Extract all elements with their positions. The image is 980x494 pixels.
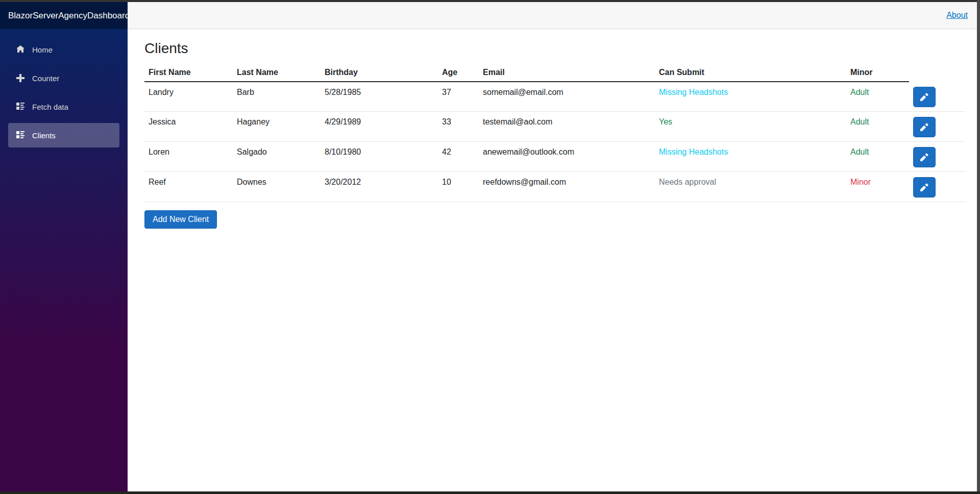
minor-cell: Adult bbox=[846, 82, 909, 112]
pencil-icon bbox=[920, 123, 928, 131]
column-header-last-name: Last Name bbox=[233, 66, 321, 82]
email-cell: anewemail@outlook.com bbox=[479, 142, 655, 172]
window-edge-top bbox=[0, 0, 980, 2]
sidebar-item-fetch-data[interactable]: Fetch data bbox=[8, 94, 119, 119]
edit-client-button[interactable] bbox=[913, 177, 936, 197]
age-cell: 33 bbox=[438, 112, 479, 142]
first-name-cell: Loren bbox=[144, 142, 233, 172]
column-header-email: Email bbox=[479, 66, 655, 82]
sidebar-item-home[interactable]: Home bbox=[8, 37, 119, 62]
page-content: Clients First NameLast NameBirthdayAgeEm… bbox=[128, 29, 977, 229]
actions-cell bbox=[909, 142, 965, 172]
about-link[interactable]: About bbox=[946, 11, 968, 20]
age-cell: 10 bbox=[438, 172, 479, 202]
brand-bar: BlazorServerAgencyDashboard bbox=[0, 2, 128, 29]
pencil-icon bbox=[920, 93, 928, 101]
sidebar-item-counter[interactable]: Counter bbox=[8, 66, 119, 90]
top-bar: About bbox=[128, 2, 977, 29]
sidebar-item-label: Fetch data bbox=[32, 103, 68, 111]
app-title: BlazorServerAgencyDashboard bbox=[8, 11, 128, 21]
last-name-cell: Salgado bbox=[233, 142, 321, 172]
column-header-birthday: Birthday bbox=[321, 66, 438, 82]
first-name-cell: Jessica bbox=[144, 112, 233, 142]
sidebar-item-label: Counter bbox=[32, 74, 59, 83]
nav-item: Home bbox=[8, 37, 119, 62]
actions-cell bbox=[909, 172, 965, 202]
actions-cell bbox=[909, 82, 965, 112]
email-cell: reefdowns@gmail.com bbox=[479, 172, 655, 202]
minor-cell: Adult bbox=[846, 112, 909, 142]
edit-client-button[interactable] bbox=[913, 87, 936, 107]
first-name-cell: Landry bbox=[144, 82, 233, 112]
home-icon bbox=[16, 45, 25, 54]
email-cell: testemail@aol.com bbox=[479, 112, 655, 142]
email-cell: somemail@email.com bbox=[479, 82, 655, 112]
can-submit-cell: Needs approval bbox=[655, 172, 846, 202]
table-header-row: First NameLast NameBirthdayAgeEmailCan S… bbox=[144, 66, 965, 82]
main-area: About Clients First NameLast NameBirthda… bbox=[128, 2, 977, 491]
nav-menu: HomeCounterFetch dataClients bbox=[0, 29, 128, 147]
pencil-icon bbox=[920, 153, 928, 161]
column-header-minor: Minor bbox=[846, 66, 909, 82]
actions-cell bbox=[909, 112, 965, 142]
table-row: ReefDownes3/20/201210reefdowns@gmail.com… bbox=[144, 172, 965, 202]
clients-table-body: LandryBarb5/28/198537somemail@email.comM… bbox=[144, 82, 965, 202]
can-submit-cell: Yes bbox=[655, 112, 846, 142]
window-edge-right bbox=[977, 0, 980, 494]
column-header-age: Age bbox=[438, 66, 479, 82]
edit-client-button[interactable] bbox=[913, 117, 936, 137]
table-row: LorenSalgado8/10/198042anewemail@outlook… bbox=[144, 142, 965, 172]
clients-table: First NameLast NameBirthdayAgeEmailCan S… bbox=[144, 66, 965, 202]
page-title: Clients bbox=[144, 40, 965, 57]
plus-icon bbox=[16, 74, 25, 83]
first-name-cell: Reef bbox=[144, 172, 233, 202]
last-name-cell: Barb bbox=[233, 82, 321, 112]
birthday-cell: 8/10/1980 bbox=[321, 142, 438, 172]
add-new-client-button[interactable]: Add New Client bbox=[144, 210, 217, 229]
minor-cell: Minor bbox=[846, 172, 909, 202]
sidebar-item-clients[interactable]: Clients bbox=[8, 123, 119, 147]
column-header-can-submit: Can Submit bbox=[655, 66, 846, 82]
list-rich-icon bbox=[16, 103, 25, 111]
nav-item: Counter bbox=[8, 66, 119, 90]
list-rich-icon bbox=[16, 131, 25, 140]
age-cell: 37 bbox=[438, 82, 479, 112]
minor-cell: Adult bbox=[846, 142, 909, 172]
window-edge-bottom bbox=[0, 491, 980, 494]
table-row: JessicaHaganey4/29/198933testemail@aol.c… bbox=[144, 112, 965, 142]
can-submit-cell: Missing Headshots bbox=[655, 82, 846, 112]
last-name-cell: Downes bbox=[233, 172, 321, 202]
column-header-first-name: First Name bbox=[144, 66, 233, 82]
birthday-cell: 3/20/2012 bbox=[321, 172, 438, 202]
birthday-cell: 4/29/1989 bbox=[321, 112, 438, 142]
table-row: LandryBarb5/28/198537somemail@email.comM… bbox=[144, 82, 965, 112]
age-cell: 42 bbox=[438, 142, 479, 172]
sidebar-item-label: Home bbox=[32, 45, 53, 54]
edit-client-button[interactable] bbox=[913, 147, 936, 167]
nav-item: Fetch data bbox=[8, 94, 119, 119]
nav-item: Clients bbox=[8, 123, 119, 147]
birthday-cell: 5/28/1985 bbox=[321, 82, 438, 112]
sidebar-item-label: Clients bbox=[32, 131, 56, 140]
last-name-cell: Haganey bbox=[233, 112, 321, 142]
column-header-actions bbox=[909, 66, 965, 82]
can-submit-cell: Missing Headshots bbox=[655, 142, 846, 172]
pencil-icon bbox=[920, 183, 928, 191]
sidebar: BlazorServerAgencyDashboard HomeCounterF… bbox=[0, 2, 128, 491]
